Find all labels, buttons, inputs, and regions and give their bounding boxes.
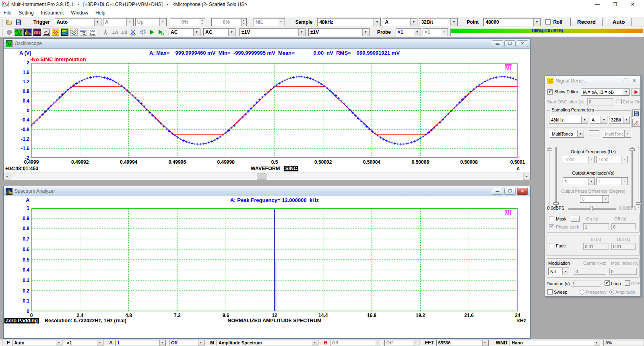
fade-in-input[interactable]: 0.01 [583,243,609,250]
sample-bits-dropdown[interactable]: 32Bit [419,18,458,26]
chevron-down-icon[interactable] [362,29,369,36]
chevron-down-icon[interactable] [94,19,101,26]
slider-handle[interactable] [547,148,552,151]
slider-handle[interactable] [553,202,559,205]
chevron-down-icon[interactable] [159,340,165,346]
roll-checkbox[interactable] [545,19,551,25]
range-a-dropdown[interactable]: ±1V [239,28,305,36]
multitones-editor-button[interactable]: ... [589,130,599,137]
oscilloscope-hscrollbar[interactable]: ◄ ► [4,173,530,180]
fade-checkbox[interactable] [549,243,554,248]
start-output-button[interactable] [632,88,640,96]
chevron-down-icon[interactable] [450,19,457,26]
save-icon[interactable] [14,18,23,26]
fft-size-dropdown[interactable]: 65536 [436,340,489,346]
minimize-icon[interactable]: ▬ [492,188,503,195]
probe-a-dropdown[interactable]: ×1 [396,28,421,36]
menu-instrument[interactable]: Instrument [37,9,68,16]
waveform-b-dropdown[interactable]: MultiTones [603,130,631,138]
scrollbar-track[interactable] [10,173,523,180]
point-dropdown[interactable]: 48000 [483,18,541,26]
chevron-down-icon[interactable] [482,340,488,346]
chevron-down-icon[interactable] [414,29,421,36]
trigger-mode-dropdown[interactable]: Auto [55,18,101,26]
menu-window[interactable]: Window [67,9,92,16]
frequency-range-dropdown[interactable]: Auto [12,340,62,346]
chevron-down-icon[interactable] [588,156,594,163]
sg-sample-rate-dropdown[interactable]: 48kHz [549,116,588,124]
signal-generator-icon[interactable] [51,28,60,36]
sample-rate-dropdown[interactable]: 48kHz [317,18,381,26]
waveform-a-dropdown[interactable]: MultiTones [550,130,584,138]
b-filter-dropdown[interactable]: Off [384,340,419,346]
close-icon[interactable]: ✕ [517,188,528,195]
chevron-down-icon[interactable] [581,116,588,123]
b-gain-dropdown[interactable]: Off [330,340,381,346]
chevron-down-icon[interactable] [410,19,417,26]
carrier-input[interactable]: 0 [574,268,606,275]
chevron-down-icon[interactable] [533,19,540,26]
modulation-dropdown[interactable]: NIL [548,268,569,275]
ddp-viewer-icon[interactable]: DDP [79,28,87,36]
chevron-down-icon[interactable] [56,340,62,346]
chevron-down-icon[interactable] [278,19,285,26]
mod-index-input[interactable]: 0 [609,268,637,275]
spectrum-analyzer-icon[interactable] [23,28,32,36]
derived-data-point-icon[interactable] [70,28,78,36]
device-under-test-icon[interactable]: DUT [60,28,69,36]
sweep-checkbox[interactable] [547,289,553,295]
phase-dropdown[interactable]: 0 [580,195,609,203]
maximize-icon[interactable]: ❐ [606,0,624,8]
chevron-down-icon[interactable] [126,19,133,26]
chevron-down-icon[interactable] [623,89,629,95]
record-button[interactable]: Record [570,18,603,26]
spectrum-title-bar[interactable]: Spectrum Analyzer ▬ ❐ ✕ [4,186,530,196]
freq-b-dropdown[interactable]: 1000 [597,156,628,163]
mask-on-input[interactable]: 1 [583,223,609,230]
probe-icon[interactable] [101,28,109,36]
scroll-left-icon[interactable]: ◄ [4,173,10,180]
coupling-a-dropdown[interactable]: AC [169,28,200,36]
coupling-b-dropdown[interactable]: AC [203,28,235,36]
chevron-down-icon[interactable] [441,29,448,36]
a-gain-dropdown[interactable]: 1 [115,340,166,346]
restore-icon[interactable]: ❐ [504,40,516,47]
close-icon[interactable]: ✕ [517,40,528,47]
overlap-field[interactable]: 0% [603,340,644,346]
multimeter-icon[interactable] [42,28,50,36]
chevron-down-icon[interactable] [97,340,103,346]
fade-out-input[interactable]: 0.01 [611,243,636,250]
signal-generator-title-bar[interactable]: Signal Gener... — ❐ ✕ [545,76,640,86]
sample-channel-dropdown[interactable]: A [383,18,417,26]
sg-channel-dropdown[interactable]: A [590,116,607,124]
sweep-frequency-radio[interactable] [580,290,584,295]
probe-b-dropdown[interactable]: ×1 [423,28,448,36]
save-signal-icon[interactable] [632,109,640,117]
minimize-icon[interactable]: ▬ [492,40,503,47]
trigger-level-spinner[interactable]: 0% [170,18,205,26]
routing-dropdown[interactable]: iA = oA, iB = oB [581,88,630,96]
chevron-down-icon[interactable] [228,29,235,36]
toolbar-grip[interactable] [1,339,2,346]
chevron-down-icon[interactable] [193,29,200,36]
spin-up-icon[interactable] [242,19,246,23]
signal-source-analyzer-icon[interactable]: 888 [33,28,41,36]
spin-up-icon[interactable] [200,19,205,23]
sinc-badge[interactable]: SINC [284,166,298,171]
echo-only-checkbox[interactable] [617,99,622,104]
window-function-dropdown[interactable]: Hann [510,340,600,346]
chevron-down-icon[interactable] [624,130,631,137]
probe-a-icon[interactable]: ⊥A [110,28,119,36]
spectrum-chart[interactable] [31,208,518,311]
trigger-source-dropdown[interactable]: A [103,18,134,26]
record-icon[interactable] [5,28,13,36]
chevron-down-icon[interactable] [413,340,419,346]
phase-lock-checkbox[interactable] [549,224,554,229]
slider-handle[interactable] [636,202,641,205]
music-note-icon[interactable]: ♫ [632,119,640,127]
menu-file[interactable]: File [0,9,15,16]
zoom-dropdown[interactable]: ×1 [65,340,103,346]
chevron-down-icon[interactable] [562,268,569,275]
chevron-down-icon[interactable] [298,29,305,36]
chevron-down-icon[interactable] [621,178,627,185]
